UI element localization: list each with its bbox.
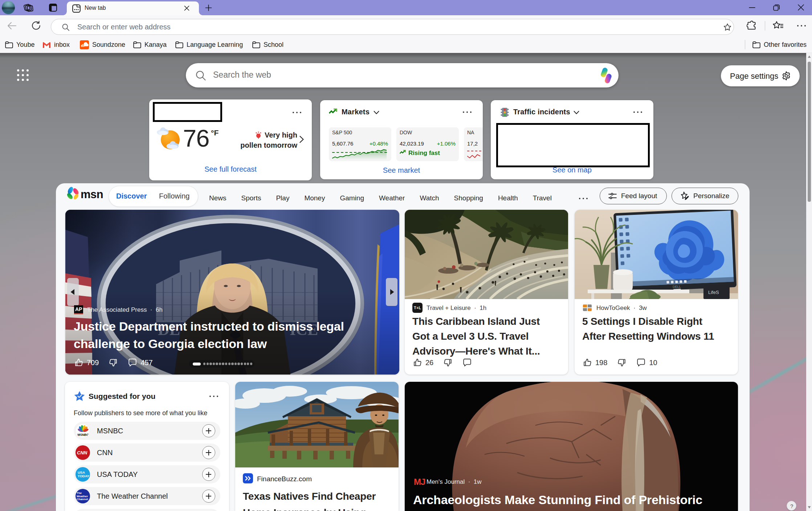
svg-text:MSNBC: MSNBC [77,433,89,437]
svg-text:LifeS: LifeS [708,290,719,295]
svg-text:DELL: DELL [673,285,681,289]
